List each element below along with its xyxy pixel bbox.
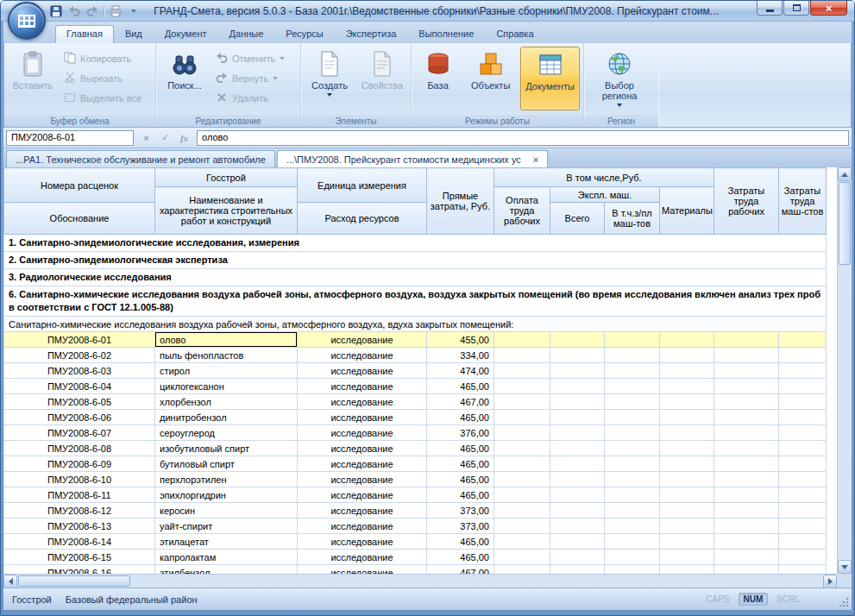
cell-labor-machinists[interactable]	[779, 441, 827, 456]
cell-machines-total[interactable]	[550, 348, 605, 363]
close-button[interactable]: ×	[810, 1, 847, 16]
cell-labor-workers[interactable]	[714, 394, 779, 410]
ribbon-tab-document[interactable]: Документ	[154, 25, 218, 43]
cell-name[interactable]: уайт-спирит	[155, 519, 298, 534]
cut-button[interactable]: Вырезать	[60, 69, 147, 87]
scroll-left-button[interactable]	[3, 575, 17, 588]
cell-direct-costs[interactable]: 373,00	[427, 503, 494, 519]
cell-direct-costs[interactable]: 465,00	[427, 410, 494, 425]
cell-code[interactable]: ПМУ2008-6-10	[4, 472, 155, 487]
cell-labor-workers[interactable]	[714, 519, 779, 534]
cell-code[interactable]: ПМУ2008-6-04	[4, 379, 155, 394]
cell-code[interactable]: ПМУ2008-6-05	[4, 394, 155, 410]
cell-labor-pay[interactable]	[494, 487, 550, 503]
cell-unit[interactable]: исследование	[298, 550, 427, 565]
cancel-icon[interactable]: ×	[140, 133, 153, 143]
cell-name[interactable]: капролактам	[155, 550, 298, 565]
cell-materials[interactable]	[660, 410, 714, 425]
resize-grip[interactable]	[838, 596, 848, 607]
cell-code[interactable]: ПМУ2008-6-11	[4, 487, 155, 503]
scroll-up-button[interactable]	[838, 167, 852, 181]
maximize-button[interactable]	[783, 1, 809, 16]
cell-unit[interactable]: исследование	[298, 394, 427, 410]
cell-code[interactable]: ПМУ2008-6-07	[4, 425, 155, 441]
cell-materials[interactable]	[660, 332, 714, 348]
cell-labor-pay[interactable]	[494, 550, 550, 565]
cell-labor-workers[interactable]	[714, 379, 779, 394]
cell-name[interactable]: эпихлоргидрин	[155, 487, 298, 503]
cell-unit[interactable]: исследование	[298, 441, 427, 456]
cell-direct-costs[interactable]: 465,00	[427, 550, 494, 565]
cell-materials[interactable]	[660, 456, 714, 472]
redo-action-button[interactable]: Вернуть	[212, 69, 290, 87]
cell-labor-workers[interactable]	[714, 565, 779, 575]
paste-button[interactable]: Вставить	[8, 47, 58, 110]
cell-direct-costs[interactable]: 455,00	[427, 332, 494, 348]
cell-machines-total[interactable]	[550, 332, 605, 348]
cell-labor-machinists[interactable]	[779, 565, 827, 575]
cell-code[interactable]: ПМУ2008-6-13	[4, 519, 155, 534]
cell-machines-labor[interactable]	[605, 363, 660, 379]
cell-machines-labor[interactable]	[605, 394, 660, 410]
section-title-cell[interactable]: 3. Радиологические исследования	[4, 269, 827, 286]
tab-close-icon[interactable]: ×	[533, 154, 538, 165]
cell-machines-total[interactable]	[550, 425, 605, 441]
cell-labor-machinists[interactable]	[779, 332, 827, 348]
cell-labor-workers[interactable]	[714, 425, 779, 441]
cell-name[interactable]: этилацетат	[155, 534, 298, 550]
objects-mode-button[interactable]: Объекты	[463, 47, 518, 110]
scroll-right-button[interactable]	[823, 575, 837, 588]
cell-materials[interactable]	[660, 348, 714, 363]
cell-labor-machinists[interactable]	[779, 472, 827, 487]
cell-unit[interactable]: исследование	[298, 456, 427, 472]
cell-labor-workers[interactable]	[714, 348, 779, 363]
cell-name[interactable]: динитробензол	[155, 410, 298, 425]
vertical-scroll-thumb[interactable]	[839, 182, 851, 265]
cell-materials[interactable]	[660, 441, 714, 456]
cell-name[interactable]: хлорбензол	[155, 394, 298, 410]
cell-unit[interactable]: исследование	[298, 487, 427, 503]
cell-labor-machinists[interactable]	[779, 348, 827, 363]
cell-labor-workers[interactable]	[714, 456, 779, 472]
cell-labor-workers[interactable]	[714, 503, 779, 519]
cell-direct-costs[interactable]: 474,00	[427, 363, 494, 379]
cell-materials[interactable]	[660, 565, 714, 575]
cell-unit[interactable]: исследование	[298, 472, 427, 487]
cell-name[interactable]: бутиловый спирт	[155, 456, 298, 472]
cell-unit[interactable]: исследование	[298, 534, 427, 550]
cell-code[interactable]: ПМУ2008-6-15	[4, 550, 155, 565]
cell-name[interactable]: стирол	[155, 363, 298, 379]
cell-labor-workers[interactable]	[714, 472, 779, 487]
cell-labor-pay[interactable]	[494, 394, 550, 410]
cell-labor-pay[interactable]	[494, 379, 550, 394]
ribbon-tab-view[interactable]: Вид	[114, 25, 154, 43]
cell-name[interactable]: изобутиловый спирт	[155, 441, 298, 456]
cell-unit[interactable]: исследование	[298, 425, 427, 441]
cell-unit[interactable]: исследование	[298, 332, 427, 348]
cell-labor-workers[interactable]	[714, 410, 779, 425]
ribbon-tab-execution[interactable]: Выполнение	[407, 25, 485, 43]
cell-code[interactable]: ПМУ2008-6-14	[4, 534, 155, 550]
cell-machines-total[interactable]	[550, 503, 605, 519]
cell-labor-machinists[interactable]	[779, 534, 827, 550]
search-button[interactable]: Поиск...	[160, 47, 210, 110]
documents-mode-button[interactable]: Документы	[520, 47, 580, 110]
function-icon[interactable]: fx	[178, 133, 191, 143]
cell-machines-total[interactable]	[550, 394, 605, 410]
cell-reference-input[interactable]: ПМУ2008-6-01	[6, 130, 134, 146]
cell-unit[interactable]: исследование	[298, 410, 427, 425]
cell-unit[interactable]: исследование	[298, 565, 427, 575]
cell-machines-total[interactable]	[550, 487, 605, 503]
cell-labor-pay[interactable]	[494, 425, 550, 441]
cell-code[interactable]: ПМУ2008-6-08	[4, 441, 155, 456]
undo-action-button[interactable]: Отменить	[212, 49, 290, 67]
ribbon-tab-data[interactable]: Данные	[218, 25, 275, 43]
cell-code[interactable]: ПМУ2008-6-01	[4, 332, 155, 348]
cell-labor-pay[interactable]	[494, 565, 550, 575]
cell-machines-labor[interactable]	[605, 534, 660, 550]
cell-direct-costs[interactable]: 465,00	[427, 379, 494, 394]
cell-materials[interactable]	[660, 503, 714, 519]
document-tab-pmu2008[interactable]: ...\ПМУ2008. Прейскурант стоимости медиц…	[277, 150, 548, 167]
cell-name[interactable]: олово	[155, 332, 298, 348]
cell-direct-costs[interactable]: 465,00	[427, 534, 494, 550]
